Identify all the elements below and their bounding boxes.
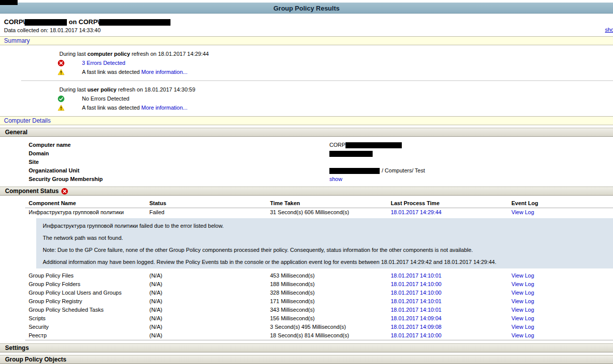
computer-errors-row: 3 Errors Detected — [0, 58, 613, 67]
component-status-row: Group Policy Files (N/A) 453 Millisecond… — [25, 271, 613, 280]
section-group-policy-objects[interactable]: Group Policy Objects — [0, 355, 613, 364]
component-status: (N/A) — [149, 331, 270, 340]
view-log-link[interactable]: View Log — [511, 297, 613, 306]
last-process-time-link[interactable]: 18.01.2017 14:09:04 — [391, 314, 511, 323]
view-log-link[interactable]: View Log — [511, 306, 613, 314]
last-process-time-link[interactable]: 18.01.2017 14:29:44 — [391, 208, 511, 217]
component-time-taken: 18 Second(s) 814 Millisecond(s) — [270, 331, 391, 340]
col-event-log: Event Log — [511, 199, 613, 208]
component-status: (N/A) — [149, 323, 270, 331]
view-log-link[interactable]: View Log — [511, 289, 613, 297]
show-all-link[interactable]: show all — [605, 27, 613, 33]
summary-content: During last computer policy refresh on 1… — [0, 45, 613, 116]
section-computer-details[interactable]: Computer Details — [0, 116, 613, 125]
host-prefix: CORP\ — [4, 18, 25, 26]
general-row-site: Site — [0, 158, 613, 166]
view-log-link[interactable]: View Log — [511, 331, 613, 340]
report-title: Group Policy Results — [274, 5, 339, 12]
component-name: Group Policy Scheduled Tasks — [29, 306, 149, 314]
last-process-time-link[interactable]: 18.01.2017 14:10:01 — [391, 271, 511, 280]
section-general-label: General — [5, 128, 28, 136]
general-row-organizational-unit: Organizational Unit / Computers/ Test — [0, 166, 613, 175]
error-icon — [61, 188, 68, 195]
section-summary-label: Summary — [4, 37, 30, 44]
field-value: CORP — [329, 141, 402, 149]
more-information-link[interactable]: More information... — [141, 69, 188, 75]
refresh-text-suffix: refresh on 18.01.2017 14:30:59 — [117, 86, 196, 93]
component-status-table: Component Name Status Time Taken Last Pr… — [0, 196, 613, 340]
view-log-link[interactable]: View Log — [511, 323, 613, 331]
field-label: Computer name — [29, 142, 71, 148]
data-collected-line: Data collected on: 18.01.2017 14:33:40 — [4, 27, 613, 34]
component-error-details: Инфраструктура групповой политики failed… — [36, 218, 613, 268]
field-value — [329, 149, 373, 158]
last-process-time-link[interactable]: 18.01.2017 14:10:00 — [391, 331, 511, 340]
warning-icon — [58, 69, 64, 75]
last-process-time-link[interactable]: 18.01.2017 14:09:08 — [391, 323, 511, 331]
user-fastlink-row: A fast link was detected More informatio… — [0, 103, 613, 112]
last-process-time-link[interactable]: 18.01.2017 14:10:00 — [391, 289, 511, 297]
view-log-link[interactable]: View Log — [511, 271, 613, 280]
component-time-taken: 3 Second(s) 495 Millisecond(s) — [270, 323, 391, 331]
computer-name-prefix: CORP — [329, 142, 345, 148]
field-label: Security Group Membership — [29, 176, 103, 182]
user-policy-refresh-line: During last user policy refresh on 18.01… — [0, 85, 613, 94]
section-summary[interactable]: Summary — [0, 36, 613, 45]
component-status-row: Scripts (N/A) 156 Millisecond(s) 18.01.2… — [25, 314, 613, 323]
user-no-errors-row: No Errors Detected — [0, 94, 613, 103]
view-log-link[interactable]: View Log — [511, 208, 613, 217]
component-status: (N/A) — [149, 289, 270, 297]
col-time-taken: Time Taken — [270, 199, 391, 208]
component-status-row: Security (N/A) 3 Second(s) 495 Milliseco… — [25, 323, 613, 331]
component-status-row: Реестр (N/A) 18 Second(s) 814 Millisecon… — [25, 331, 613, 340]
view-log-link[interactable]: View Log — [511, 314, 613, 323]
redacted-domain-value — [329, 151, 373, 157]
component-name: Security — [29, 323, 149, 331]
last-process-time-link[interactable]: 18.01.2017 14:10:00 — [391, 280, 511, 289]
fastlink-text: A fast link was detected More informatio… — [82, 69, 188, 75]
refresh-text-bold: user policy — [87, 86, 117, 93]
view-log-link[interactable]: View Log — [511, 280, 613, 289]
component-name: Реестр — [29, 331, 149, 340]
error-icon — [58, 60, 64, 66]
col-last-process-time: Last Process Time — [391, 199, 511, 208]
ou-suffix: / Computers/ Test — [382, 167, 425, 173]
component-time-taken: 328 Millisecond(s) — [270, 289, 391, 297]
component-status: (N/A) — [149, 297, 270, 306]
col-component-name: Component Name — [29, 199, 149, 208]
field-label: Organizational Unit — [29, 167, 79, 173]
component-status-row: Group Policy Registry (N/A) 171 Millisec… — [25, 297, 613, 306]
last-process-time-link[interactable]: 18.01.2017 14:10:01 — [391, 306, 511, 314]
redacted-ou-value — [329, 168, 380, 174]
redacted-corner — [0, 0, 18, 5]
error-detail-line: Note: Due to the GP Core failure, none o… — [43, 246, 603, 253]
section-settings-label: Settings — [5, 344, 29, 352]
component-status: (N/A) — [149, 306, 270, 314]
error-detail-line: The network path was not found. — [43, 234, 603, 241]
host-separator: on CORP\ — [67, 18, 99, 26]
section-settings[interactable]: Settings — [0, 343, 613, 352]
component-status: (N/A) — [149, 314, 270, 323]
component-name: Group Policy Folders — [29, 280, 149, 289]
error-detail-line: Инфраструктура групповой политики failed… — [43, 222, 603, 229]
section-component-status-label: Component Status — [5, 187, 59, 195]
field-label: Site — [29, 159, 39, 165]
component-name: Scripts — [29, 314, 149, 323]
last-process-time-link[interactable]: 18.01.2017 14:10:01 — [391, 297, 511, 306]
report-title-bar: Group Policy Results — [0, 3, 613, 14]
general-row-computer-name: Computer name CORP — [0, 141, 613, 149]
refresh-text: During last — [59, 51, 87, 57]
summary-divider — [21, 80, 613, 81]
component-name: Group Policy Files — [29, 271, 149, 280]
errors-detected-link[interactable]: 3 Errors Detected — [82, 60, 125, 66]
success-icon — [58, 96, 64, 102]
show-membership-link[interactable]: show — [329, 175, 342, 184]
more-information-link[interactable]: More information... — [141, 105, 188, 111]
general-row-domain: Domain — [0, 149, 613, 158]
component-time-taken: 171 Millisecond(s) — [270, 297, 391, 306]
component-name: Инфраструктура групповой политики — [29, 208, 149, 217]
section-component-status[interactable]: Component Status — [0, 187, 613, 196]
section-general[interactable]: General — [0, 128, 613, 137]
refresh-text-bold: computer policy — [87, 51, 130, 57]
computer-fastlink-row: A fast link was detected More informatio… — [0, 67, 613, 76]
